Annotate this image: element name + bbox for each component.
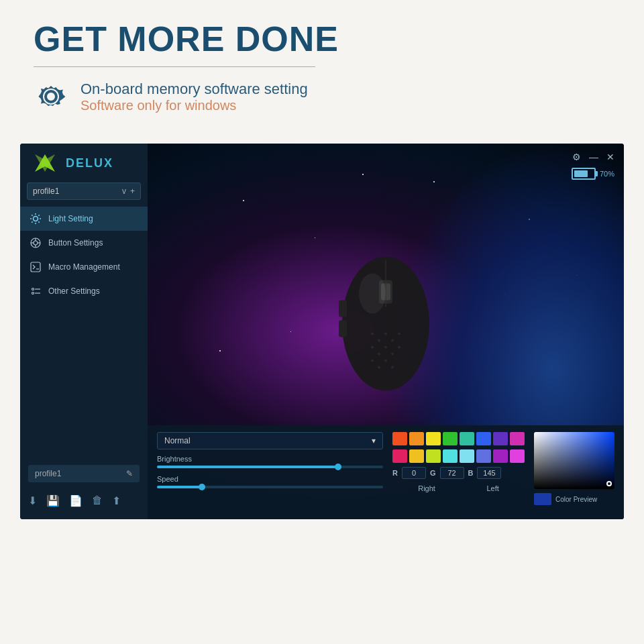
svg-point-19 — [32, 288, 34, 290]
close-button[interactable]: ✕ — [606, 152, 614, 162]
sidebar-item-button-settings[interactable]: Button Settings — [20, 231, 148, 255]
color-swatch-8[interactable] — [392, 449, 407, 463]
color-gradient[interactable] — [534, 432, 614, 489]
profile-add-icon[interactable]: + — [130, 186, 135, 196]
svg-line-7 — [32, 215, 32, 215]
svg-point-26 — [384, 333, 387, 335]
other-settings-icon — [30, 285, 42, 297]
mouse-image — [319, 247, 453, 401]
left-controls: Normal ▾ Brightness Speed — [157, 432, 383, 505]
color-swatch-10[interactable] — [426, 449, 441, 463]
r-value[interactable]: 0 — [402, 467, 426, 479]
button-settings-icon — [30, 237, 42, 249]
page-headline: GET MORE DONE — [34, 20, 610, 58]
file-icon[interactable]: 📄 — [69, 494, 83, 507]
profile-bottom[interactable]: profile1 ✎ — [28, 465, 140, 482]
import-icon[interactable]: ⬇ — [28, 494, 37, 507]
color-picker-dot[interactable] — [606, 481, 612, 486]
svg-rect-17 — [31, 262, 40, 272]
svg-point-32 — [391, 353, 394, 356]
color-swatch-9[interactable] — [409, 449, 424, 463]
svg-point-34 — [371, 360, 374, 362]
nav-label-macro: Macro Management — [48, 262, 120, 272]
battery-icon — [572, 168, 596, 180]
speed-label: Speed — [157, 475, 383, 483]
minimize-button[interactable]: — — [589, 152, 598, 162]
speed-fill — [157, 486, 202, 488]
svg-point-29 — [371, 346, 374, 349]
profile-dropdown-icon[interactable]: v — [122, 186, 126, 196]
color-swatch-0[interactable] — [392, 432, 407, 445]
b-label: B — [468, 469, 474, 477]
top-section: GET MORE DONE On-board memory software s… — [0, 0, 644, 127]
bottom-panel-inner: Normal ▾ Brightness Speed — [157, 432, 614, 505]
svg-point-27 — [391, 339, 394, 342]
brightness-fill — [157, 466, 338, 468]
color-preview-row: Color Preview — [534, 493, 614, 505]
color-swatch-13[interactable] — [476, 449, 491, 463]
color-swatch-15[interactable] — [510, 449, 525, 463]
svg-point-31 — [384, 346, 387, 349]
color-swatch-1[interactable] — [409, 432, 424, 445]
r-label: R — [392, 469, 398, 477]
profile-select-value: profile1 — [33, 186, 59, 196]
subtitle-row: On-board memory software setting Softwar… — [34, 79, 610, 114]
color-swatch-12[interactable] — [460, 449, 474, 463]
color-swatch-14[interactable] — [493, 449, 508, 463]
svg-line-8 — [38, 222, 39, 223]
sidebar-bottom: profile1 ✎ ⬇ 💾 📄 🗑 ⬆ — [20, 458, 148, 519]
svg-point-35 — [378, 366, 380, 369]
svg-rect-41 — [339, 321, 347, 337]
speed-slider[interactable] — [157, 486, 383, 488]
logo-area: DELUX — [20, 144, 148, 180]
svg-point-24 — [371, 333, 374, 335]
sidebar-item-other-settings[interactable]: Other Settings — [20, 279, 148, 303]
battery-fill — [574, 170, 588, 177]
delete-icon[interactable]: 🗑 — [92, 494, 103, 507]
profile-edit-icon[interactable]: ✎ — [126, 469, 133, 478]
logo-icon — [28, 153, 62, 173]
svg-point-28 — [398, 333, 400, 335]
nav-label-button: Button Settings — [48, 238, 103, 248]
macro-icon — [30, 261, 42, 273]
profile-select[interactable]: profile1 v + — [27, 182, 141, 200]
color-grid-row1 — [392, 432, 525, 445]
gear-icon-large — [34, 79, 68, 114]
brightness-thumb[interactable] — [335, 464, 341, 470]
mode-select[interactable]: Normal ▾ — [157, 432, 383, 449]
color-swatch-7[interactable] — [510, 432, 525, 445]
divider — [34, 66, 315, 67]
color-swatch-11[interactable] — [443, 449, 458, 463]
nav-label-other: Other Settings — [48, 286, 100, 296]
save-icon[interactable]: 💾 — [46, 494, 60, 507]
color-swatch-2[interactable] — [426, 432, 441, 445]
color-picker-box: Color Preview — [534, 432, 614, 505]
color-swatch-3[interactable] — [443, 432, 458, 445]
g-value[interactable]: 72 — [440, 467, 464, 479]
svg-point-12 — [34, 241, 38, 245]
mode-dropdown-icon: ▾ — [372, 436, 376, 445]
color-swatch-4[interactable] — [460, 432, 474, 445]
svg-point-30 — [378, 353, 380, 356]
profile-bottom-name: profile1 — [35, 469, 61, 478]
side-labels: Right Left — [392, 484, 525, 492]
color-swatch-5[interactable] — [476, 432, 491, 445]
sidebar-item-macro-management[interactable]: Macro Management — [20, 255, 148, 279]
window-controls: ⚙ — ✕ — [572, 152, 614, 162]
speed-thumb[interactable] — [199, 484, 205, 490]
color-swatch-6[interactable] — [493, 432, 508, 445]
svg-point-25 — [378, 339, 380, 342]
svg-line-10 — [32, 222, 32, 223]
brightness-slider[interactable] — [157, 466, 383, 468]
brightness-label: Brightness — [157, 455, 383, 463]
sidebar-item-light-setting[interactable]: Light Setting — [20, 207, 148, 231]
color-preview-label: Color Preview — [555, 496, 597, 503]
mode-value: Normal — [164, 436, 191, 445]
b-value[interactable]: 145 — [477, 467, 501, 479]
svg-line-9 — [38, 215, 39, 215]
bottom-panel: Normal ▾ Brightness Speed — [148, 425, 624, 519]
battery-area: 70% — [572, 168, 614, 180]
settings-button[interactable]: ⚙ — [572, 152, 581, 162]
subtitle-text: On-board memory software setting Softwar… — [80, 80, 308, 113]
export-icon[interactable]: ⬆ — [112, 494, 121, 507]
